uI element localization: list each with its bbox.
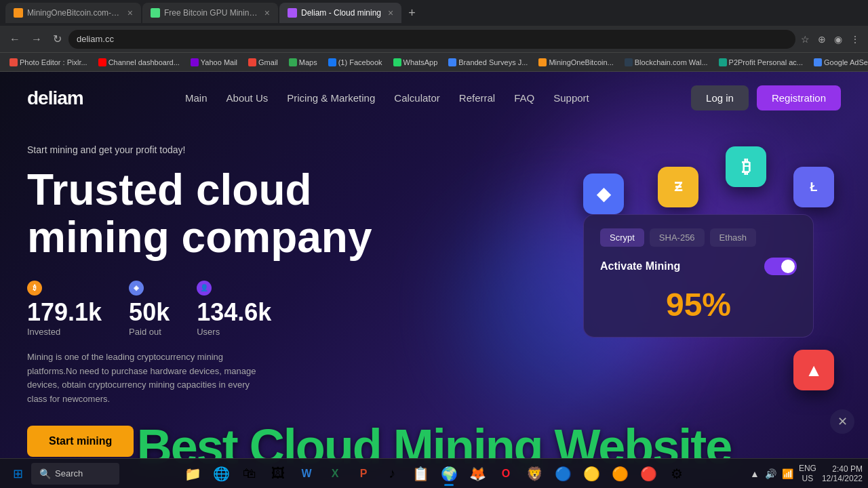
wifi-icon[interactable]: 📶 [782, 468, 793, 479]
bookmark-10-label: Blockchain.com Wal... [635, 58, 708, 66]
bookmark-5[interactable]: Maps [285, 57, 321, 68]
hero-title: Trusted cloud mining company [27, 166, 841, 262]
taskbar-app-chrome[interactable]: 🌍 [435, 460, 462, 487]
taskbar-app-misc3[interactable]: 🟠 [606, 460, 633, 487]
nav-faq[interactable]: FAQ [514, 92, 534, 104]
volume-icon[interactable]: 🔊 [765, 468, 776, 479]
taskbar-app-task1[interactable]: 📋 [407, 460, 434, 487]
login-button[interactable]: Log in [691, 85, 749, 110]
stat-paidout-value: 50k [129, 298, 170, 327]
bookmark-button[interactable]: ☆ [798, 31, 812, 47]
taskbar-time-value: 2:40 PM [832, 464, 863, 474]
bookmark-3[interactable]: Yahoo Mail [186, 57, 241, 68]
taskbar-app-word[interactable]: W [293, 460, 320, 487]
taskbar-app-misc2[interactable]: 🟡 [578, 460, 605, 487]
tab-1-title: MiningOneBitcoin.com-Mining... [27, 8, 121, 18]
stat-users-value: 134.6k [197, 298, 271, 327]
stat-paidout-label: Paid out [129, 327, 170, 337]
bookmark-1-favicon [9, 58, 18, 66]
bookmark-9-favicon [538, 58, 547, 66]
bookmark-2[interactable]: Channel dashboard... [94, 57, 184, 68]
hero-title-line1: Trusted cloud [27, 165, 312, 214]
taskbar-app-store[interactable]: 🛍 [236, 460, 263, 487]
bookmark-11[interactable]: P2Profit Personal ac... [715, 57, 807, 68]
hero-subtitle: Start mining and get your profit today! [27, 144, 841, 155]
stat-paidout-icon: ◈ [129, 281, 144, 296]
back-button[interactable]: ← [5, 30, 24, 48]
taskbar-app-brave[interactable]: 🦁 [521, 460, 548, 487]
stat-invested-icon: ₿ [27, 281, 42, 296]
bookmark-12-label: Google AdSense [824, 58, 868, 66]
taskbar-app-edge[interactable]: 🌐 [208, 460, 235, 487]
taskbar-search[interactable]: 🔍 Search [31, 463, 119, 485]
taskbar-app-firefox[interactable]: 🦊 [464, 460, 491, 487]
taskbar-app-powerpoint[interactable]: P [350, 460, 377, 487]
start-button[interactable]: ⊞ [5, 462, 30, 486]
nav-referral[interactable]: Referral [459, 92, 495, 104]
tab-3-close[interactable]: × [388, 7, 393, 18]
bookmark-4[interactable]: Gmail [244, 57, 282, 68]
stat-invested-label: Invested [27, 327, 102, 337]
taskbar-app-opera[interactable]: O [492, 460, 519, 487]
taskbar: ⊞ 🔍 Search 📁 🌐 🛍 🖼 W X P ♪ 📋 🌍 🦊 O 🦁 🔵 🟡… [0, 458, 868, 488]
bookmark-3-favicon [191, 58, 199, 66]
stat-invested-value: 179.1k [27, 298, 102, 327]
nav-calculator[interactable]: Calculator [394, 92, 440, 104]
bookmark-7-label: WhatsApp [403, 58, 438, 66]
extensions-button[interactable]: ⊕ [815, 31, 829, 47]
language-indicator[interactable]: ENG US [799, 464, 816, 483]
bookmark-2-label: Channel dashboard... [108, 58, 180, 66]
new-tab-button[interactable]: + [403, 6, 421, 20]
tab-2[interactable]: Free Bitcoin GPU Mining, Cloud... × [142, 3, 278, 23]
stats-section: ₿ 179.1k Invested ◈ 50k Paid out 👤 [27, 281, 841, 337]
bookmark-7[interactable]: WhatsApp [389, 57, 442, 68]
nav-main[interactable]: Main [185, 92, 208, 104]
nav-about[interactable]: About Us [226, 92, 269, 104]
stat-users-icon: 👤 [197, 281, 212, 296]
tab-2-close[interactable]: × [264, 7, 270, 18]
logo-text: deliam [27, 87, 83, 108]
tab-3-title: Deliam - Cloud mining [301, 8, 381, 18]
taskbar-right: ▲ 🔊 📶 ENG US 2:40 PM 12/14/2022 [750, 464, 863, 483]
taskbar-date-value: 12/14/2022 [822, 474, 863, 483]
bookmark-12[interactable]: Google AdSense [810, 57, 868, 68]
nav-support[interactable]: Support [553, 92, 589, 104]
stat-paidout-icon-row: ◈ [129, 281, 170, 296]
reload-button[interactable]: ↻ [49, 30, 66, 48]
bookmark-5-favicon [289, 58, 297, 66]
taskbar-app-file-explorer[interactable]: 📁 [179, 460, 206, 487]
address-bar[interactable]: deliam.cc [68, 30, 795, 49]
bookmark-6[interactable]: (1) Facebook [324, 57, 387, 68]
bookmark-10[interactable]: Blockchain.com Wal... [620, 57, 712, 68]
bookmark-9[interactable]: MiningOneBitcoin... [534, 57, 617, 68]
bookmark-4-favicon [248, 58, 256, 66]
tab-1-close[interactable]: × [127, 7, 133, 18]
site-logo[interactable]: deliam [27, 87, 83, 109]
register-button[interactable]: Registration [757, 85, 841, 110]
forward-button[interactable]: → [27, 30, 46, 48]
bookmark-6-label: (1) Facebook [338, 58, 382, 66]
taskbar-app-misc4[interactable]: 🔴 [635, 460, 662, 487]
bookmark-8[interactable]: Branded Surveys J... [444, 57, 532, 68]
bookmark-5-label: Maps [299, 58, 317, 66]
bookmark-1-label: Photo Editor : Pixlr... [20, 58, 87, 66]
taskbar-app-settings[interactable]: ⚙ [663, 460, 690, 487]
bookmark-7-favicon [393, 58, 401, 66]
nav-actions: ☆ ⊕ ◉ ⋮ [798, 31, 863, 47]
profile-button[interactable]: ◉ [831, 31, 845, 47]
taskbar-app-music[interactable]: ♪ [378, 460, 406, 487]
bookmark-1[interactable]: Photo Editor : Pixlr... [5, 57, 92, 68]
bookmark-8-label: Branded Surveys J... [458, 58, 528, 66]
nav-pricing[interactable]: Pricing & Marketing [287, 92, 375, 104]
tab-1[interactable]: MiningOneBitcoin.com-Mining... × [5, 3, 141, 23]
taskbar-app-misc1[interactable]: 🔵 [549, 460, 576, 487]
tab-3-favicon [288, 8, 297, 18]
tab-3[interactable]: Deliam - Cloud mining × [279, 3, 401, 23]
network-icon[interactable]: ▲ [750, 468, 760, 479]
stat-users: 👤 134.6k Users [197, 281, 271, 337]
taskbar-app-excel[interactable]: X [321, 460, 349, 487]
bookmark-10-favicon [625, 58, 633, 66]
bookmark-11-favicon [719, 58, 727, 66]
menu-button[interactable]: ⋮ [848, 31, 863, 47]
taskbar-app-photos[interactable]: 🖼 [264, 460, 292, 487]
